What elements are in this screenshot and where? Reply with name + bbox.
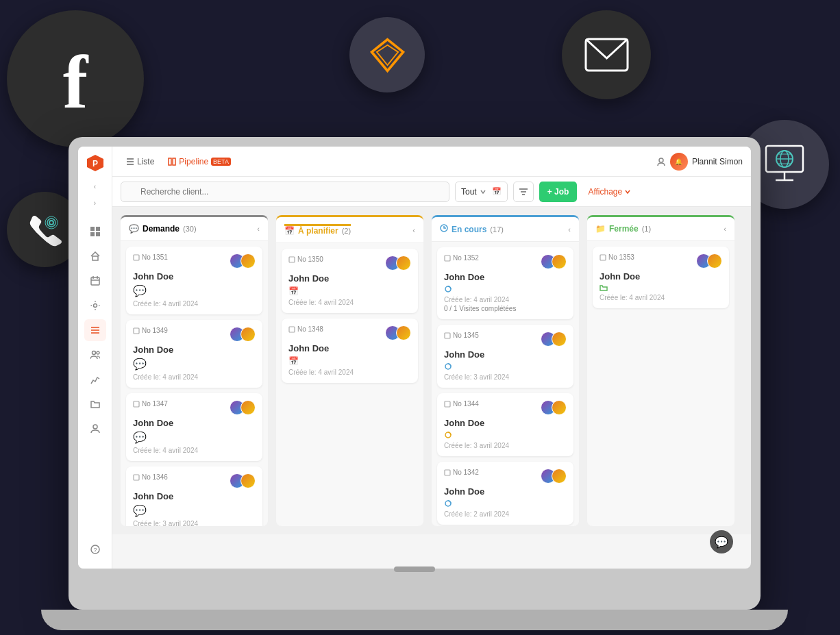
user-avatar: 🔔 bbox=[670, 153, 688, 171]
column-header-planifier: 📅 À planifier (2) ‹ bbox=[276, 217, 423, 243]
svg-rect-20 bbox=[92, 256, 98, 260]
column-fermee: 📁 Fermée (1) ‹ bbox=[587, 215, 734, 526]
nav-pipeline[interactable]: Pipeline BETA bbox=[162, 154, 236, 169]
card-1352[interactable]: No 1352 John Doe bbox=[437, 247, 573, 319]
svg-rect-44 bbox=[134, 328, 139, 334]
card-1353[interactable]: No 1353 John Doe bbox=[593, 247, 729, 308]
column-encours: En cours (17) ‹ No 135 bbox=[432, 215, 579, 526]
search-input[interactable] bbox=[121, 182, 449, 202]
card-1350[interactable]: No 1350 John Doe 📅 bbox=[282, 249, 418, 313]
pipeline-board: 💬 Demande (30) ‹ bbox=[112, 207, 751, 534]
toolbar: 🔍 Tout 📅 bbox=[112, 177, 751, 207]
sidebar-collapse-up[interactable]: ‹ bbox=[88, 179, 102, 193]
sidebar-logo[interactable]: P bbox=[84, 152, 106, 174]
sidebar-item-settings[interactable] bbox=[84, 295, 106, 316]
filter-dropdown[interactable]: Tout 📅 bbox=[455, 182, 508, 202]
sidebar-item-list[interactable] bbox=[84, 319, 106, 341]
sidebar-item-chart[interactable] bbox=[84, 369, 106, 390]
column-header-demande: 💬 Demande (30) ‹ bbox=[121, 217, 268, 241]
column-planifier: 📅 À planifier (2) ‹ bbox=[276, 215, 423, 526]
facebook-icon: f bbox=[7, 10, 144, 147]
planifier-status-icon: 📅 bbox=[288, 286, 299, 296]
column-header-encours: En cours (17) ‹ bbox=[432, 217, 579, 242]
svg-point-39 bbox=[659, 158, 663, 162]
svg-rect-43 bbox=[134, 255, 139, 260]
email-icon bbox=[562, 10, 651, 99]
planifier-collapse[interactable]: ‹ bbox=[412, 226, 415, 234]
card-1347[interactable]: No 1347 John Doe 💬 bbox=[126, 393, 262, 461]
laptop-base bbox=[41, 610, 788, 630]
affichage-button[interactable]: Affichage bbox=[588, 187, 631, 197]
card-1349[interactable]: No 1349 John Doe 💬 bbox=[126, 320, 262, 388]
card-1344[interactable]: No 1344 John Doe bbox=[437, 393, 573, 456]
planifier-body: No 1350 John Doe 📅 bbox=[276, 243, 423, 526]
avatar-2 bbox=[240, 253, 256, 269]
svg-rect-37 bbox=[169, 158, 171, 165]
card-1342[interactable]: No 1342 John Doe bbox=[437, 462, 573, 525]
laptop-notch bbox=[394, 566, 435, 572]
encours-body: No 1352 John Doe bbox=[432, 242, 579, 526]
svg-rect-19 bbox=[96, 232, 100, 236]
add-job-button[interactable]: + Job bbox=[539, 182, 578, 202]
sync-icon bbox=[444, 285, 452, 293]
fermee-title: Fermée bbox=[609, 224, 639, 234]
planifier-title: À planifier bbox=[298, 226, 338, 236]
svg-rect-51 bbox=[445, 256, 450, 261]
chat-button[interactable]: 💬 bbox=[710, 530, 733, 553]
sidebar: P ‹ › bbox=[78, 147, 112, 569]
diamond-icon bbox=[349, 17, 425, 92]
sidebar-item-home[interactable] bbox=[84, 245, 106, 267]
filter-settings-btn[interactable] bbox=[513, 182, 534, 202]
folder-icon bbox=[600, 284, 608, 291]
demande-icon: 💬 bbox=[129, 224, 139, 234]
sidebar-item-people[interactable] bbox=[84, 344, 106, 366]
svg-rect-48 bbox=[289, 257, 295, 262]
card-1346[interactable]: No 1346 John Doe 💬 bbox=[126, 466, 262, 526]
encours-collapse[interactable]: ‹ bbox=[568, 225, 571, 234]
svg-rect-38 bbox=[173, 158, 175, 165]
sidebar-item-help[interactable]: ? bbox=[84, 538, 106, 560]
svg-text:P: P bbox=[92, 159, 97, 169]
sidebar-collapse-down[interactable]: › bbox=[88, 196, 102, 210]
sidebar-item-profile[interactable] bbox=[84, 418, 106, 440]
card-1345[interactable]: No 1345 John Doe bbox=[437, 325, 573, 388]
svg-point-29 bbox=[92, 351, 95, 355]
sidebar-item-grid[interactable] bbox=[84, 221, 106, 242]
svg-rect-21 bbox=[91, 277, 99, 285]
svg-point-31 bbox=[93, 425, 97, 429]
svg-point-3 bbox=[49, 221, 53, 225]
demande-count: (30) bbox=[183, 225, 197, 233]
fermee-icon: 📁 bbox=[595, 224, 606, 234]
column-header-fermee: 📁 Fermée (1) ‹ bbox=[587, 217, 734, 241]
svg-point-4 bbox=[47, 219, 55, 227]
chat-icon: 💬 bbox=[133, 284, 147, 297]
laptop-screen: P ‹ › bbox=[78, 147, 751, 569]
fermee-collapse[interactable]: ‹ bbox=[724, 225, 726, 233]
svg-text:?: ? bbox=[93, 547, 97, 553]
svg-rect-45 bbox=[134, 401, 139, 407]
app-container: P ‹ › bbox=[78, 147, 751, 569]
svg-rect-53 bbox=[445, 333, 450, 338]
topbar-user[interactable]: 🔔 Plannit Simon bbox=[656, 153, 743, 171]
calendar-icon: 📅 bbox=[492, 187, 502, 196]
sidebar-item-folder[interactable] bbox=[84, 393, 106, 415]
laptop-frame: P ‹ › bbox=[69, 137, 761, 610]
card-number: No 1351 bbox=[133, 253, 168, 261]
svg-rect-18 bbox=[90, 232, 95, 236]
demande-body: No 1351 John Doe 💬 bbox=[121, 241, 268, 526]
svg-rect-57 bbox=[445, 470, 450, 475]
search-wrapper: 🔍 bbox=[121, 182, 449, 202]
demande-collapse[interactable]: ‹ bbox=[257, 225, 260, 233]
column-demande: 💬 Demande (30) ‹ bbox=[121, 215, 268, 526]
topbar-nav: Liste Pipeline BETA bbox=[121, 154, 236, 169]
card-1351[interactable]: No 1351 John Doe 💬 bbox=[126, 247, 262, 314]
beta-badge: BETA bbox=[211, 158, 231, 166]
planifier-icon: 📅 bbox=[284, 226, 295, 236]
sidebar-item-calendar[interactable] bbox=[84, 270, 106, 292]
main-content: Liste Pipeline BETA bbox=[112, 147, 751, 569]
card-1348[interactable]: No 1348 John Doe 📅 bbox=[282, 319, 418, 383]
topbar: Liste Pipeline BETA bbox=[112, 147, 751, 177]
svg-rect-16 bbox=[90, 227, 95, 231]
demande-title: Demande bbox=[143, 224, 180, 234]
nav-liste[interactable]: Liste bbox=[121, 154, 160, 169]
